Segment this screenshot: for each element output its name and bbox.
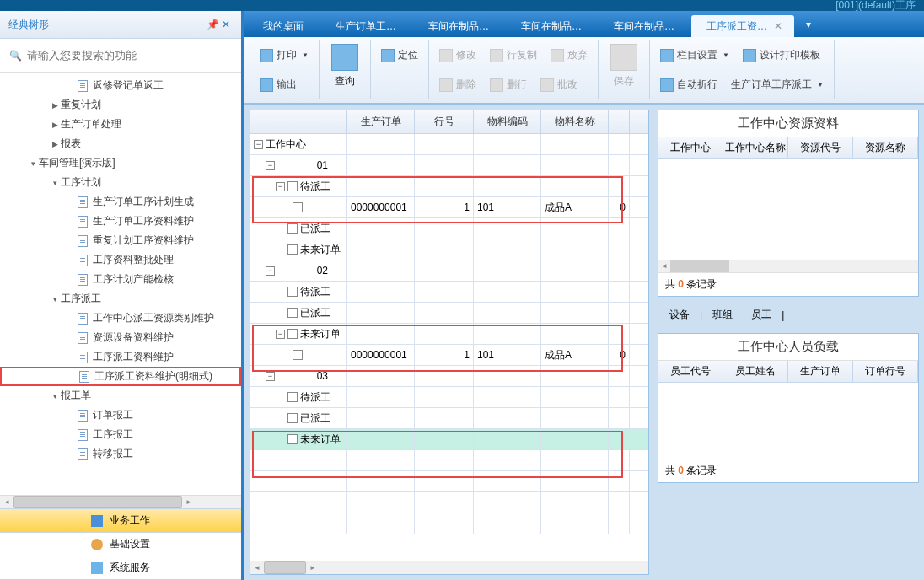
query-button[interactable]: 查询: [325, 40, 365, 92]
chevron-icon[interactable]: ▾: [49, 179, 61, 187]
tree-item[interactable]: 工作中心派工资源类别维护: [0, 309, 241, 328]
tree-item[interactable]: 返修登记单返工: [0, 76, 241, 95]
doc-tab[interactable]: 我的桌面: [248, 15, 319, 37]
subtab-dev[interactable]: 设备: [661, 305, 698, 325]
rowdel-button[interactable]: 删行: [485, 75, 532, 94]
tree-row[interactable]: 已派工: [250, 218, 648, 239]
bottom-tab-svc[interactable]: 系统服务: [0, 556, 241, 580]
tree-row[interactable]: 未来订单: [250, 239, 648, 260]
checkbox[interactable]: [293, 350, 303, 360]
grid-col-name[interactable]: 物料名称: [541, 110, 609, 133]
subtab-emp[interactable]: 员工: [743, 305, 780, 325]
tree-item[interactable]: ▾工序计划: [0, 173, 241, 192]
chevron-icon[interactable]: ▶: [49, 101, 61, 110]
checkbox[interactable]: [287, 413, 298, 423]
col-res[interactable]: 资源代号: [788, 137, 853, 158]
collapse-icon[interactable]: −: [254, 140, 263, 149]
dispatch-button[interactable]: 生产订单工序派工▼: [726, 75, 829, 94]
tree-row[interactable]: 已派工: [250, 303, 648, 324]
chevron-icon[interactable]: ▾: [49, 295, 61, 303]
tabs-dropdown[interactable]: ▾: [796, 11, 821, 37]
checkbox[interactable]: [287, 181, 298, 191]
tree-item[interactable]: 转移报工: [0, 444, 241, 464]
grid-col-line[interactable]: 行号: [415, 110, 474, 133]
tree-row[interactable]: −01: [250, 155, 648, 176]
sidebar-hscroll[interactable]: [0, 495, 241, 508]
tree-row[interactable]: 未来订单: [250, 429, 648, 450]
chevron-icon[interactable]: ▶: [49, 140, 61, 148]
grid-col-mat[interactable]: 物料编码: [474, 110, 541, 133]
tree-row[interactable]: 待派工: [250, 282, 648, 303]
tree-item[interactable]: 生产订单工序计划生成: [0, 192, 241, 212]
checkbox[interactable]: [287, 244, 298, 255]
locate-button[interactable]: 定位: [376, 46, 423, 65]
panel-hscroll[interactable]: [658, 260, 918, 272]
edit-button[interactable]: 修改: [434, 46, 481, 65]
delete-button[interactable]: 删除: [434, 75, 481, 94]
tree-row[interactable]: 待派工: [250, 387, 648, 408]
doc-tab[interactable]: 车间在制品…: [599, 15, 690, 37]
tree-row[interactable]: −未来订单: [250, 324, 648, 345]
printtpl-button[interactable]: 设计打印模板: [738, 46, 825, 65]
doc-tab[interactable]: 车间在制品…: [413, 15, 504, 37]
checkbox[interactable]: [287, 329, 298, 339]
search-input[interactable]: [24, 46, 234, 65]
export-button[interactable]: 输出: [255, 75, 302, 94]
tree-item[interactable]: 工序派工资料维护(明细式): [0, 367, 241, 386]
col-empid[interactable]: 员工代号: [658, 361, 723, 382]
checkbox[interactable]: [287, 287, 298, 297]
tree-item[interactable]: 生产订单工序资料维护: [0, 212, 241, 231]
doc-tab[interactable]: 车间在制品…: [506, 15, 597, 37]
tree-item[interactable]: 重复计划工序资料维护: [0, 231, 241, 250]
grid-hscroll[interactable]: [250, 561, 648, 574]
chevron-icon[interactable]: ▾: [49, 392, 61, 400]
save-button[interactable]: 保存: [604, 40, 644, 92]
col-wcname[interactable]: 工作中心名称: [723, 137, 788, 158]
collapse-icon[interactable]: −: [266, 266, 275, 276]
collapse-icon[interactable]: −: [266, 372, 275, 381]
wrap-button[interactable]: 自动折行: [655, 75, 723, 94]
tab-close-icon[interactable]: ✕: [774, 20, 782, 32]
checkbox[interactable]: [287, 308, 298, 318]
tree-row[interactable]: −待派工: [250, 176, 648, 197]
doc-tab[interactable]: 工序派工资…✕: [691, 15, 794, 37]
chevron-icon[interactable]: ▶: [49, 121, 61, 129]
tree-item[interactable]: ▶重复计划: [0, 95, 241, 115]
tree-row[interactable]: −工作中心: [250, 134, 648, 155]
tree-row[interactable]: −03: [250, 366, 648, 387]
collapse-icon[interactable]: −: [266, 161, 275, 170]
chevron-icon[interactable]: ▾: [27, 159, 39, 168]
tree-item[interactable]: 订单报工: [0, 405, 241, 425]
checkbox[interactable]: [287, 223, 298, 234]
colset-button[interactable]: 栏目设置▼: [655, 46, 734, 65]
subtab-team[interactable]: 班组: [704, 305, 741, 325]
tree-row[interactable]: 已派工: [250, 408, 648, 429]
tree-item[interactable]: 工序资料整批处理: [0, 250, 241, 270]
tree-item[interactable]: ▶报表: [0, 134, 241, 153]
tree-row[interactable]: −02: [250, 260, 648, 282]
data-row[interactable]: 00000000011101成品A0: [250, 345, 648, 366]
col-line[interactable]: 订单行号: [853, 361, 918, 382]
print-button[interactable]: 打印▼: [255, 46, 314, 65]
batch-button[interactable]: 批改: [535, 75, 583, 94]
col-empname[interactable]: 员工姓名: [723, 361, 788, 382]
data-row[interactable]: 00000000011101成品A0: [250, 197, 648, 218]
tree-item[interactable]: ▾车间管理[演示版]: [0, 153, 241, 173]
collapse-icon[interactable]: −: [276, 330, 285, 339]
tree-item[interactable]: 工序计划产能检核: [0, 270, 241, 289]
doc-tab[interactable]: 生产订单工…: [320, 15, 411, 37]
col-order[interactable]: 生产订单: [788, 361, 853, 382]
rowcopy-button[interactable]: 行复制: [485, 46, 542, 65]
tree-item[interactable]: ▶生产订单处理: [0, 115, 241, 134]
col-resname[interactable]: 资源名称: [853, 137, 918, 158]
checkbox[interactable]: [287, 434, 298, 444]
checkbox[interactable]: [293, 202, 303, 212]
grid-col-order[interactable]: 生产订单: [347, 110, 415, 133]
bottom-tab-biz[interactable]: 业务工作: [0, 509, 241, 533]
pin-icon[interactable]: 📌: [206, 19, 219, 30]
tree-item[interactable]: 工序派工资料维护: [0, 347, 241, 367]
tree-item[interactable]: 工序报工: [0, 425, 241, 444]
abandon-button[interactable]: 放弃: [545, 46, 593, 65]
bottom-tab-cfg[interactable]: 基础设置: [0, 533, 241, 556]
checkbox[interactable]: [287, 392, 298, 402]
